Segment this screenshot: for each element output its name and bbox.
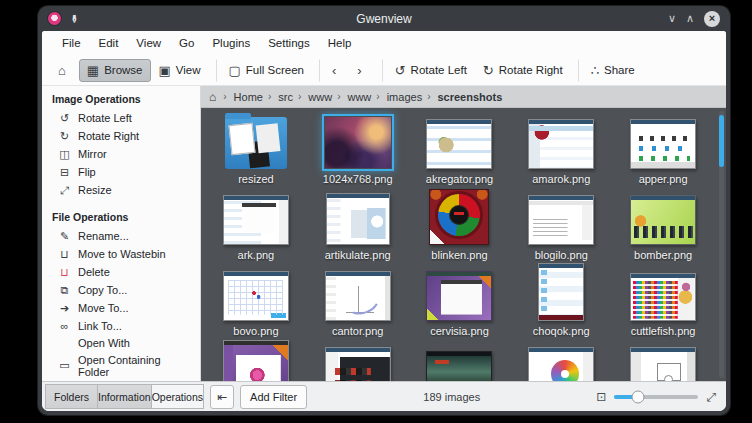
breadcrumb-home-icon[interactable]: ⌂ (209, 90, 216, 104)
thumbnail-image[interactable] (630, 273, 696, 321)
sidebar-action-item[interactable]: ⤢ Resize (42, 181, 200, 199)
sidebar-action-item[interactable]: Open With (42, 334, 200, 351)
thumbnail-cell[interactable]: cantor.png (307, 263, 409, 339)
thumbnail-cell[interactable]: 1024x768.png (307, 111, 409, 187)
thumbnail-cell[interactable]: ark.png (205, 187, 307, 263)
toolbar-button[interactable]: ▣ View (151, 59, 209, 82)
sidebar-tab[interactable]: Folders (45, 384, 98, 409)
thumbnail-cell[interactable]: amarok.png (510, 111, 612, 187)
thumbnail-bar-toggle-button[interactable]: ⇤ (210, 385, 234, 409)
pin-icon[interactable]: ✒ (68, 13, 80, 23)
sidebar-action-label: Move to Wastebin (78, 248, 166, 260)
breadcrumb-segment-label[interactable]: screenshots (435, 90, 504, 104)
menu-item[interactable]: Settings (260, 34, 318, 52)
thumbnail-cell[interactable]: choqok.png (510, 263, 612, 339)
toolbar-button[interactable]: ‹ (319, 59, 349, 82)
thumbnail-image[interactable] (538, 263, 584, 321)
toolbar-button[interactable]: ⌂ (50, 59, 79, 82)
thumbnail-cell[interactable]: gwenview.png (612, 339, 714, 381)
thumbnail-cell[interactable]: blinken.png (409, 187, 511, 263)
thumbnail-cell[interactable]: apper.png (612, 111, 714, 187)
thumbnail-image[interactable] (325, 271, 391, 321)
sidebar-action-item[interactable]: ↺ Rotate Left (42, 109, 200, 127)
breadcrumb-segment-label[interactable]: www (345, 90, 373, 104)
maximize-button[interactable]: ∧ (686, 13, 694, 24)
breadcrumb-segment-label[interactable]: images (385, 90, 424, 104)
sidebar-action-item[interactable]: ⊔ Delete (42, 263, 200, 281)
slider-knob[interactable] (631, 390, 644, 403)
breadcrumb-segment-label[interactable]: www (306, 90, 334, 104)
toolbar-button-icon: ⌂ (58, 64, 66, 77)
thumbnail-cell[interactable]: digikam.png (205, 339, 307, 381)
thumbnail-image[interactable] (325, 347, 391, 381)
sidebar-action-item[interactable]: ◫ Mirror (42, 145, 200, 163)
toolbar-button[interactable]: ↻ Rotate Right (475, 59, 571, 82)
toolbar-button[interactable]: ▦ Browse (79, 59, 151, 82)
menu-item[interactable]: Go (171, 34, 202, 52)
zoom-fit-icon[interactable]: ⤢ (706, 390, 716, 404)
toolbar-button[interactable]: › (349, 59, 374, 82)
zoom-to-small-thumbnails-icon[interactable]: ⊡ (596, 390, 606, 404)
thumbnail-cell[interactable]: bomber.png (612, 187, 714, 263)
thumbnail-image[interactable] (225, 117, 287, 169)
minimize-button[interactable]: ∨ (668, 13, 676, 24)
thumbnail-image[interactable] (426, 271, 492, 321)
thumbnail-image[interactable] (630, 119, 696, 169)
add-filter-button[interactable]: Add Filter (240, 385, 307, 409)
sidebar-action-item[interactable]: ↻ Rotate Right (42, 127, 200, 145)
thumbnail-image[interactable] (426, 119, 492, 169)
thumbnail-image[interactable] (326, 193, 390, 245)
thumbnail-cell[interactable]: cuttlefish.png (612, 263, 714, 339)
sidebar-action-item[interactable]: ✎ Rename... (42, 227, 200, 245)
thumbnail-image[interactable] (223, 271, 289, 321)
thumbnail-image[interactable] (630, 195, 696, 245)
scrollbar-track[interactable] (719, 111, 724, 378)
breadcrumb-segment-label[interactable]: src (276, 90, 295, 104)
thumbnail-cell[interactable]: resized (205, 111, 307, 187)
sidebar-tab[interactable]: Information (97, 384, 152, 409)
thumbnail-label: ark.png (238, 249, 275, 261)
toolbar-button[interactable]: ▢ Full Screen (216, 59, 312, 82)
menu-item[interactable]: Edit (91, 34, 127, 52)
thumbnail-image[interactable] (426, 351, 492, 381)
close-button[interactable]: × (704, 11, 720, 27)
menu-item[interactable]: Help (320, 34, 360, 52)
thumbnail-image[interactable] (324, 116, 392, 169)
sidebar-action-item[interactable]: ➔ Move To... (42, 299, 200, 317)
sidebar-action-item[interactable]: ∞ Link To... (42, 317, 200, 334)
thumbnail-image[interactable] (630, 347, 696, 381)
thumbnail-cell[interactable]: filelight.png (510, 339, 612, 381)
thumbnail-image[interactable] (528, 347, 594, 381)
sidebar-tab[interactable]: Operations (151, 384, 204, 409)
chevron-right-icon: › (220, 91, 229, 102)
sidebar-action-item[interactable]: ⊔ Move to Wastebin (42, 245, 200, 263)
thumbnail-image[interactable] (223, 340, 289, 381)
thumbnail-cell[interactable]: akregator.png (409, 111, 511, 187)
scrollbar-thumb[interactable] (719, 115, 724, 167)
menu-item[interactable]: File (54, 34, 89, 52)
sidebar-action-item[interactable]: ⧉ Copy To... (42, 281, 200, 299)
thumbnail-cell[interactable]: dragonplayer.png (409, 339, 511, 381)
sidebar-action-item[interactable]: ⊟ Flip (42, 163, 200, 181)
thumbnail-cell[interactable]: bovo.png (205, 263, 307, 339)
thumbnail-cell[interactable]: artikulate.png (307, 187, 409, 263)
thumbnail-image[interactable] (223, 195, 289, 245)
titlebar[interactable]: ✒ Gwenview ∨ ∧ × (38, 6, 730, 31)
thumbnail-cell[interactable]: cervisia.png (409, 263, 511, 339)
thumbnail-cell[interactable]: blogilo.png (510, 187, 612, 263)
thumbnail-image[interactable] (528, 195, 594, 245)
menu-item[interactable]: View (128, 34, 169, 52)
breadcrumb-segment-label[interactable]: Home (232, 90, 265, 104)
sidebar-tabs: FoldersInformationOperations (42, 382, 204, 411)
breadcrumb-segment: › www (334, 90, 373, 104)
toolbar-button[interactable]: ∴ Share (578, 59, 643, 82)
thumbnail-size-slider[interactable] (614, 395, 698, 399)
thumbnail-image[interactable] (429, 189, 489, 245)
sidebar-action-item[interactable]: ▭ Open Containing Folder (42, 351, 200, 380)
toolbar-button[interactable]: ↺ Rotate Left (382, 59, 475, 82)
menu-item[interactable]: Plugins (204, 34, 258, 52)
thumbnail-cell[interactable]: dolphin.png (307, 339, 409, 381)
thumbnail-grid: resized 1024x768.png akregator.png amaro… (201, 108, 726, 381)
statusbar: ⇤ Add Filter 189 images ⊡ ⤢ (204, 382, 726, 411)
thumbnail-image[interactable] (528, 119, 594, 169)
